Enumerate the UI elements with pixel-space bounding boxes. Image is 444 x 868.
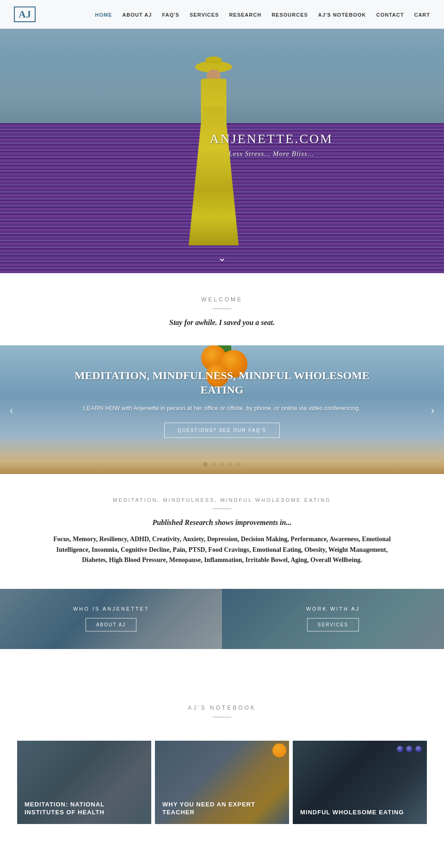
nb-card-2[interactable]: WHY YOU NEED AN EXPERT TEACHER bbox=[155, 741, 289, 824]
slider-faq-button[interactable]: QUESTIONS? SEE OUR FAQ'S bbox=[164, 423, 280, 438]
cta-right-content: WORK WITH AJ SERVICES bbox=[306, 606, 360, 631]
info-divider bbox=[213, 508, 231, 509]
cta-right-label: WORK WITH AJ bbox=[306, 606, 360, 612]
cta-cards: WHO IS ANJENETTE? ABOUT AJ WORK WITH AJ … bbox=[0, 589, 444, 649]
nav-item-home[interactable]: HOME bbox=[95, 12, 112, 18]
slider-next-button[interactable]: › bbox=[426, 398, 439, 422]
nb-card-2-content: WHY YOU NEED AN EXPERT TEACHER bbox=[155, 741, 289, 824]
nb-card-3[interactable]: MINDFUL WHOLESOME EATING bbox=[293, 741, 427, 824]
cta-card-left: WHO IS ANJENETTE? ABOUT AJ bbox=[0, 589, 222, 649]
site-logo[interactable]: AJ bbox=[14, 6, 36, 22]
slider-prev-button[interactable]: ‹ bbox=[5, 398, 18, 422]
info-label: MEDITATION, MINDFULNESS, MINDFUL WHOLESO… bbox=[46, 497, 398, 503]
nav-item-faqs[interactable]: FAQ'S bbox=[162, 12, 179, 18]
notebook-section: AJ'S NOTEBOOK bbox=[0, 686, 444, 736]
nav-item-contact[interactable]: CONTACT bbox=[376, 12, 404, 18]
notebook-cards: MEDITATION: NATIONAL INSTITUTES OF HEALT… bbox=[0, 736, 444, 838]
cta-services-button[interactable]: SERVICES bbox=[307, 618, 359, 631]
figure-body bbox=[186, 106, 241, 245]
cta-left-label: WHO IS ANJENETTE? bbox=[73, 606, 149, 612]
nav-links: HOME ABOUT AJ FAQ'S SERVICES RESEARCH RE… bbox=[95, 10, 430, 19]
nb-card-1[interactable]: MEDITATION: NATIONAL INSTITUTES OF HEALT… bbox=[17, 741, 151, 824]
berry-1 bbox=[397, 746, 403, 752]
nb-orange-1 bbox=[272, 743, 286, 757]
hero-text: ANJENETTE.COM Less Stress... More Bliss.… bbox=[210, 131, 333, 158]
nb-card-3-title: MINDFUL WHOLESOME EATING bbox=[300, 809, 419, 817]
slider-content: MEDITATION, MINDFULNESS, MINDFUL WHOLESO… bbox=[0, 345, 444, 456]
nav-item-about[interactable]: ABOUT AJ bbox=[123, 12, 152, 18]
hero-title: ANJENETTE.COM bbox=[210, 131, 333, 146]
slider-section: ‹ MEDITATION, MINDFULNESS, MINDFUL WHOLE… bbox=[0, 345, 444, 474]
nb-berry-decoration bbox=[396, 745, 422, 755]
welcome-tagline: Stay for awhile. I saved you a seat. bbox=[18, 318, 426, 327]
welcome-divider bbox=[213, 308, 231, 309]
nav-item-research[interactable]: RESEARCH bbox=[229, 12, 261, 18]
nb-card-1-title: MEDITATION: NATIONAL INSTITUTES OF HEALT… bbox=[25, 801, 144, 817]
slider-title: MEDITATION, MINDFULNESS, MINDFUL WHOLESO… bbox=[56, 368, 388, 397]
welcome-label: WELCOME bbox=[18, 296, 426, 303]
notebook-divider bbox=[213, 717, 231, 718]
hero-section: ANJENETTE.COM Less Stress... More Bliss.… bbox=[0, 0, 444, 273]
cta-card-right: WORK WITH AJ SERVICES bbox=[222, 589, 444, 649]
berry-3 bbox=[415, 746, 422, 752]
welcome-section: WELCOME Stay for awhile. I saved you a s… bbox=[0, 273, 444, 345]
scroll-down-icon[interactable]: ⌄ bbox=[218, 252, 226, 264]
slider-description: LEARN HOW with Anjenette in person at he… bbox=[56, 405, 388, 412]
navbar: AJ HOME ABOUT AJ FAQ'S SERVICES RESEARCH… bbox=[0, 0, 444, 29]
nav-item-cart[interactable]: CART bbox=[414, 12, 430, 18]
berry-2 bbox=[406, 746, 413, 752]
cta-about-button[interactable]: ABOUT AJ bbox=[86, 618, 136, 631]
cta-left-content: WHO IS ANJENETTE? ABOUT AJ bbox=[73, 606, 149, 631]
nb-card-1-content: MEDITATION: NATIONAL INSTITUTES OF HEALT… bbox=[17, 741, 151, 824]
hero-subtitle: Less Stress... More Bliss... bbox=[210, 150, 333, 158]
notebook-label: AJ'S NOTEBOOK bbox=[18, 705, 426, 711]
nb-fruit-decoration bbox=[272, 743, 287, 760]
nb-card-2-title: WHY YOU NEED AN EXPERT TEACHER bbox=[162, 801, 282, 817]
nav-item-notebook[interactable]: AJ'S NOTEBOOK bbox=[318, 12, 366, 18]
spacer bbox=[0, 649, 444, 686]
nav-item-services[interactable]: SERVICES bbox=[190, 12, 219, 18]
info-headline: Published Research shows improvements in… bbox=[46, 518, 398, 527]
info-body: Focus, Memory, Resiliency, ADHD, Creativ… bbox=[46, 534, 398, 565]
nav-item-resources[interactable]: RESOURCES bbox=[271, 12, 308, 18]
info-section: MEDITATION, MINDFULNESS, MINDFUL WHOLESO… bbox=[0, 474, 444, 588]
